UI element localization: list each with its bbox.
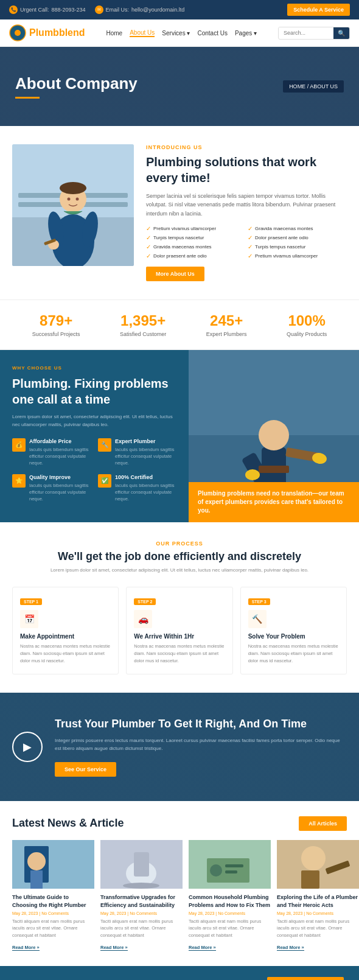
feature-7: ✓Dolor praesent ante odio <box>146 253 245 259</box>
all-articles-button[interactable]: All Articles <box>299 816 347 831</box>
why-feature-title-2: Expert Plumber <box>115 438 176 444</box>
email-label: Email Us: <box>106 7 130 13</box>
check-icon-4: ✓ <box>248 234 253 241</box>
process-desc: Lorem ipsum dolor sit amet, consectetur … <box>12 567 347 575</box>
play-button[interactable]: ▶ <box>12 732 43 762</box>
intro-label: INTRODUCING US <box>146 144 347 150</box>
news-title: Latest News & Article <box>12 817 124 830</box>
feature-5: ✓Gravida maecenas montes <box>146 243 245 250</box>
svg-point-19 <box>259 420 289 450</box>
feature-4: ✓Dolor praesent ante odio <box>248 234 347 241</box>
phone-item: 📞 Urgent Call: 888-2093-234 <box>9 5 86 14</box>
news-card-3: Common Household Plumbing Problems and H… <box>189 840 271 951</box>
news-card-1: The Ultimate Guide to Choosing the Right… <box>12 840 94 951</box>
read-more-2[interactable]: Read More » <box>100 945 128 951</box>
nav-pages[interactable]: Pages ▾ <box>235 30 257 37</box>
why-feature-desc-2: Iaculis quis bibendum sagittis efficitur… <box>115 446 176 467</box>
svg-point-35 <box>210 864 222 877</box>
about-title: Plumbing solutions that work every time! <box>146 154 347 186</box>
check-icon-3: ✓ <box>146 234 151 241</box>
stat-num-1: 879+ <box>32 312 80 329</box>
why-left: WHY CHOOSE US Plumbing. Fixing problems … <box>0 350 189 522</box>
news-section: Latest News & Article All Articles The U… <box>0 801 359 966</box>
svg-point-27 <box>27 852 46 870</box>
top-bar-contacts: 📞 Urgent Call: 888-2093-234 ✉ Email Us: … <box>9 5 184 14</box>
feature-label-6: Turpis tempus nascetur <box>255 244 305 250</box>
check-icon-6: ✓ <box>248 243 253 250</box>
why-label: WHY CHOOSE US <box>12 365 176 371</box>
nav-about[interactable]: About Us <box>130 29 155 37</box>
why-right: Plumbing problems need no translation—ou… <box>189 350 359 522</box>
plumber-image <box>12 144 134 266</box>
why-desc: Lorem ipsum dolor sit amet, consectetur … <box>12 413 176 429</box>
svg-point-32 <box>123 883 159 889</box>
news-img-3 <box>189 840 271 889</box>
bottom-cta: Have a plumbing problem? We can help you… <box>0 966 359 980</box>
svg-rect-31 <box>134 852 149 877</box>
news-meta-3: May 28, 2023 | No Comments <box>189 911 271 915</box>
feature-3: ✓Turpis tempus nascetur <box>146 234 245 241</box>
check-icon-2: ✓ <box>248 225 253 232</box>
step-desc-2: Nostra ac maecenas montes metus molestie… <box>134 643 225 665</box>
hero-banner: About Company HOME / ABOUT US <box>0 47 359 126</box>
svg-rect-28 <box>30 870 43 889</box>
step-desc-1: Nostra ac maecenas montes metus molestie… <box>20 643 111 665</box>
svg-point-23 <box>245 469 260 480</box>
read-more-1[interactable]: Read More » <box>12 945 40 951</box>
breadcrumb: HOME / ABOUT US <box>283 80 344 93</box>
svg-rect-40 <box>301 870 319 889</box>
feature-label-8: Pretium vivamus ullamcorper <box>255 253 318 259</box>
check-icon-5: ✓ <box>146 243 151 250</box>
news-img-1 <box>12 840 94 889</box>
news-img-4 <box>277 840 359 889</box>
cta-desc: Integer primis posuere eros lectus mauri… <box>55 737 347 753</box>
stat-num-3: 245+ <box>206 312 247 329</box>
read-more-3[interactable]: Read More » <box>189 945 216 951</box>
why-feature-title-1: Affordable Price <box>29 438 91 444</box>
navbar: Plumbblend Home About Us Services ▾ Cont… <box>0 19 359 47</box>
search-button[interactable]: 🔍 <box>333 27 349 39</box>
stat-label-3: Expert Plumbers <box>206 331 247 337</box>
process-label: OUR PROCESS <box>12 541 347 547</box>
step-icon-1: 📅 <box>20 610 38 628</box>
check-icon-1: ✓ <box>146 225 151 232</box>
about-desc: Semper lacinia vel si scelerisque felis … <box>146 192 347 218</box>
stat-label-1: Successful Projects <box>32 331 80 337</box>
stat-label-4: Quality Products <box>287 331 327 337</box>
feature-label-3: Turpis tempus nascetur <box>153 235 204 240</box>
urgent-label: Urgent Call: <box>20 7 49 13</box>
read-more-4[interactable]: Read More » <box>277 945 304 951</box>
phone-icon: 📞 <box>9 5 18 14</box>
make-appointment-button[interactable]: Make An Appointment <box>267 977 344 980</box>
breadcrumb-current: ABOUT US <box>310 83 338 89</box>
step-badge-2: STEP 2 <box>134 598 156 605</box>
cta-title: Trust Your Plumber To Get It Right, And … <box>55 717 347 731</box>
schedule-button[interactable]: Schedule A Service <box>287 4 350 16</box>
hero-title-block: About Company <box>15 74 138 99</box>
news-card-2: Transformative Upgrades for Efficiency a… <box>100 840 183 951</box>
why-feature-2: 🔧 Expert Plumber Iaculis quis bibendum s… <box>98 438 176 467</box>
feature-label-2: Gravida maecenas montes <box>255 226 313 231</box>
step-3: STEP 3 🔨 Solve Your Problem Nostra ac ma… <box>240 587 347 674</box>
svg-point-9 <box>68 198 71 201</box>
stat-3: 245+ Expert Plumbers <box>206 312 247 337</box>
stat-label-2: Satisfied Customer <box>120 331 166 337</box>
process-section: OUR PROCESS We'll get the job done effic… <box>0 522 359 693</box>
nav-services[interactable]: Services ▾ <box>162 30 190 37</box>
news-header: Latest News & Article All Articles <box>12 816 347 831</box>
why-feature-text-4: 100% Certified Iaculis quis bibendum sag… <box>115 474 176 503</box>
why-feature-desc-4: Iaculis quis bibendum sagittis efficitur… <box>115 482 176 503</box>
step-1: STEP 1 📅 Make Appointment Nostra ac maec… <box>12 587 119 674</box>
svg-rect-37 <box>225 870 237 873</box>
nav-contact[interactable]: Contact Us <box>197 30 227 37</box>
svg-point-1 <box>15 30 21 36</box>
breadcrumb-home: HOME <box>289 83 305 89</box>
more-about-button[interactable]: More About Us <box>146 267 204 281</box>
nav-home[interactable]: Home <box>106 30 123 37</box>
search-input[interactable] <box>279 27 333 38</box>
cta-video-section: ▶ Trust Your Plumber To Get It Right, An… <box>0 693 359 801</box>
about-image <box>12 144 134 266</box>
email-address: hello@yourdomain.ltd <box>131 7 184 13</box>
news-meta-1: May 28, 2023 | No Comments <box>12 911 94 915</box>
see-service-button[interactable]: See Our Service <box>55 762 116 777</box>
